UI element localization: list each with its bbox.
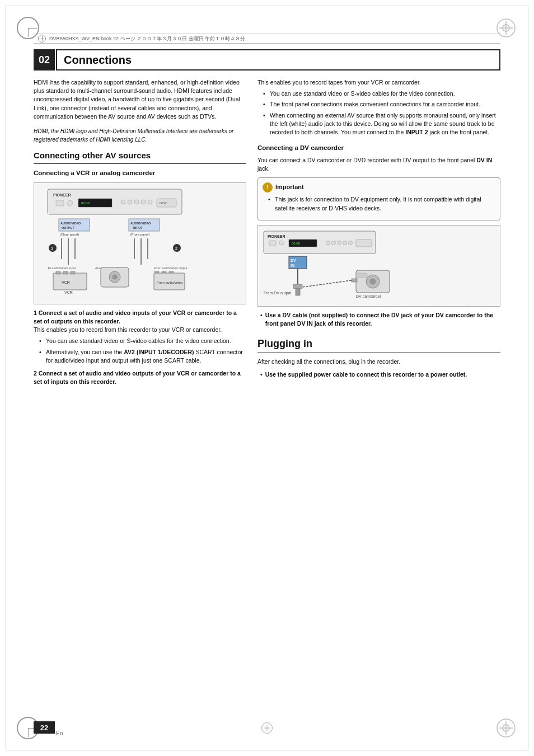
bullet-1b: Alternatively, you can use the AV2 (INPU… (39, 348, 246, 365)
important-bullets: This jack is for connection to DV equipm… (268, 195, 495, 212)
svg-text:From audio/video: From audio/video (157, 281, 183, 284)
svg-text:IN: IN (291, 264, 294, 267)
svg-point-77 (370, 279, 376, 284)
svg-text:To audio/Video Input: To audio/Video Input (48, 266, 76, 270)
vcr-diagram: PIONEER 00:00 DISC AUDIO/VIDEO (34, 182, 246, 304)
svg-rect-10 (56, 200, 64, 206)
chapter-badge: 02 (34, 49, 55, 71)
bullet-2b: The front panel connections make conveni… (263, 100, 500, 109)
section-heading-av: Connecting other AV sources (34, 149, 246, 164)
crosshair-icon (38, 35, 46, 43)
dv-heading: Connecting a DV camcorder (257, 143, 500, 153)
svg-text:From audio/video output: From audio/video output (154, 266, 188, 270)
important-box: ! Important This jack is for connection … (257, 177, 500, 220)
svg-text:DV camcorder: DV camcorder (356, 294, 381, 298)
svg-line-80 (302, 280, 352, 287)
svg-text:INPUT: INPUT (133, 226, 143, 229)
svg-rect-44 (56, 271, 60, 274)
svg-text:VCR: VCR (62, 280, 70, 284)
svg-point-15 (128, 200, 132, 204)
warning-icon: ! (263, 182, 273, 192)
svg-text:AUDIO/VIDEO: AUDIO/VIDEO (130, 222, 151, 225)
svg-rect-73 (296, 289, 300, 295)
svg-rect-42 (53, 273, 87, 290)
svg-text:From DV output: From DV output (264, 291, 291, 295)
svg-rect-72 (293, 284, 302, 289)
svg-text:(Front panel): (Front panel) (130, 233, 149, 236)
step1: 1 Connect a set of audio and video input… (34, 309, 246, 365)
svg-text:00:00: 00:00 (292, 242, 301, 245)
right-column: This enables you to record tapes from yo… (257, 78, 500, 711)
svg-rect-58 (269, 241, 276, 246)
svg-text:AUDIO/VIDEO: AUDIO/VIDEO (60, 222, 81, 225)
svg-point-59 (279, 241, 284, 245)
plugging-text: After checking all the connections, plug… (257, 358, 500, 366)
important-bullet: This jack is for connection to DV equipm… (268, 195, 495, 212)
important-title: ! Important (263, 182, 495, 192)
main-content: HDMI has the capability to support stand… (34, 78, 500, 711)
svg-text:VCR: VCR (64, 290, 73, 294)
svg-text:PIONEER: PIONEER (268, 234, 285, 238)
right-bullets: You can use standard video or S-video ca… (263, 90, 500, 137)
page-sub: En (56, 730, 63, 736)
svg-text:DISC: DISC (160, 201, 168, 205)
bottom-crosshair-icon (261, 722, 273, 734)
left-column: HDMI has the capability to support stand… (34, 78, 246, 711)
svg-rect-45 (63, 271, 68, 274)
svg-text:00:00: 00:00 (81, 201, 90, 205)
svg-text:DV: DV (291, 259, 296, 262)
step1-bullets: You can use standard video or S-video ca… (39, 337, 246, 365)
svg-text:OUTPUT: OUTPUT (62, 226, 74, 229)
intro-italic: HDMI, the HDMI logo and High-Definition … (34, 128, 246, 144)
svg-text:PIONEER: PIONEER (53, 193, 71, 197)
svg-point-62 (326, 241, 330, 245)
header-bar: DVR550HXS_WV_EN.book 22 ページ ２００７年３月３０日 金… (34, 34, 500, 44)
subsection-vcr: Connecting a VCR or analog camcorder (34, 168, 246, 178)
dv-text: You can connect a DV camcorder or DVD re… (257, 156, 500, 173)
svg-text:1: 1 (51, 246, 53, 250)
svg-point-16 (134, 200, 139, 204)
svg-point-17 (141, 200, 146, 204)
svg-point-63 (332, 241, 336, 245)
svg-text:2: 2 (175, 246, 177, 250)
plugging-heading: Plugging in (257, 336, 500, 353)
svg-point-65 (343, 241, 347, 245)
step2-text: This enables you to record tapes from yo… (257, 78, 500, 87)
plugging-instruction: Use the supplied power cable to connect … (260, 370, 500, 379)
svg-text:(Rear panel): (Rear panel) (60, 233, 79, 236)
corner-decoration-br (489, 711, 523, 745)
svg-rect-78 (356, 273, 367, 278)
svg-rect-46 (71, 271, 75, 274)
section-title: Connections (56, 49, 500, 71)
svg-rect-79 (352, 279, 357, 282)
dv-diagram: PIONEER 00:00 DV IN (257, 225, 500, 307)
svg-point-66 (349, 241, 353, 245)
svg-point-14 (121, 200, 125, 204)
bullet-1a: You can use standard video or S-video ca… (39, 337, 246, 345)
bullet-2a: You can use standard video or S-video ca… (263, 90, 500, 98)
page-number: 22 (34, 721, 55, 734)
file-info: DVR550HXS_WV_EN.book 22 ページ ２００７年３月３０日 金… (49, 35, 245, 43)
svg-point-11 (67, 200, 73, 206)
intro-paragraph: HDMI has the capability to support stand… (34, 78, 246, 121)
bullet-2c: When connecting an external AV source th… (263, 111, 500, 137)
step2: 2 Connect a set of audio and video outpu… (34, 369, 246, 386)
svg-point-49 (113, 275, 117, 279)
svg-rect-67 (356, 240, 372, 247)
dv-instruction: Use a DV cable (not supplied) to connect… (260, 311, 500, 328)
svg-point-18 (148, 200, 152, 204)
svg-point-64 (338, 241, 341, 245)
